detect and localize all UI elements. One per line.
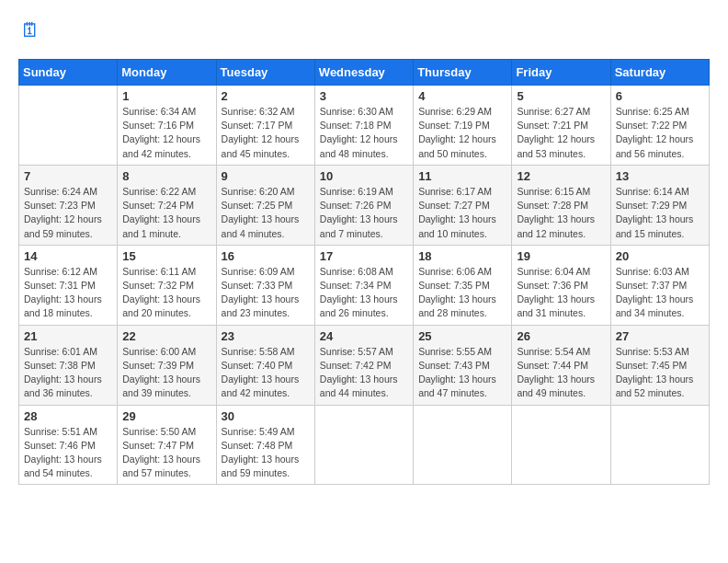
day-info: Sunrise: 6:00 AMSunset: 7:39 PMDaylight:… — [122, 345, 210, 401]
day-number: 21 — [24, 329, 112, 343]
calendar-cell: 26Sunrise: 5:54 AMSunset: 7:44 PMDayligh… — [512, 325, 610, 405]
calendar-cell: 16Sunrise: 6:09 AMSunset: 7:33 PMDayligh… — [216, 245, 314, 325]
week-row-1: 1Sunrise: 6:34 AMSunset: 7:16 PMDaylight… — [19, 86, 710, 166]
calendar-cell: 14Sunrise: 6:12 AMSunset: 7:31 PMDayligh… — [19, 245, 118, 325]
calendar-cell: 17Sunrise: 6:08 AMSunset: 7:34 PMDayligh… — [314, 245, 413, 325]
day-info: Sunrise: 6:25 AMSunset: 7:22 PMDaylight:… — [616, 105, 704, 161]
weekday-header-sunday: Sunday — [19, 60, 118, 86]
day-number: 30 — [222, 409, 310, 423]
week-row-2: 7Sunrise: 6:24 AMSunset: 7:23 PMDaylight… — [19, 165, 710, 245]
day-info: Sunrise: 6:04 AMSunset: 7:36 PMDaylight:… — [517, 265, 605, 321]
calendar-cell: 1Sunrise: 6:34 AMSunset: 7:16 PMDaylight… — [118, 86, 216, 166]
day-number: 7 — [24, 169, 112, 183]
day-info: Sunrise: 5:55 AMSunset: 7:43 PMDaylight:… — [418, 345, 506, 401]
svg-text:🗓: 🗓 — [20, 18, 40, 41]
day-info: Sunrise: 6:11 AMSunset: 7:32 PMDaylight:… — [122, 265, 210, 321]
weekday-header-row: SundayMondayTuesdayWednesdayThursdayFrid… — [19, 60, 710, 86]
weekday-header-friday: Friday — [512, 60, 610, 86]
calendar-cell: 3Sunrise: 6:30 AMSunset: 7:18 PMDaylight… — [314, 86, 413, 166]
day-info: Sunrise: 5:49 AMSunset: 7:48 PMDaylight:… — [222, 425, 310, 481]
calendar-cell: 22Sunrise: 6:00 AMSunset: 7:39 PMDayligh… — [118, 325, 216, 405]
day-number: 2 — [222, 89, 310, 103]
calendar-cell: 5Sunrise: 6:27 AMSunset: 7:21 PMDaylight… — [512, 86, 610, 166]
day-number: 26 — [517, 329, 605, 343]
day-info: Sunrise: 5:58 AMSunset: 7:40 PMDaylight:… — [222, 345, 310, 401]
logo-icon: 🗓 — [18, 18, 44, 44]
calendar-cell: 8Sunrise: 6:22 AMSunset: 7:24 PMDaylight… — [118, 165, 216, 245]
day-info: Sunrise: 5:53 AMSunset: 7:45 PMDaylight:… — [616, 345, 704, 401]
calendar-cell: 12Sunrise: 6:15 AMSunset: 7:28 PMDayligh… — [512, 165, 610, 245]
day-info: Sunrise: 5:51 AMSunset: 7:46 PMDaylight:… — [24, 425, 112, 481]
day-number: 28 — [24, 409, 112, 423]
week-row-4: 21Sunrise: 6:01 AMSunset: 7:38 PMDayligh… — [19, 325, 710, 405]
day-info: Sunrise: 6:24 AMSunset: 7:23 PMDaylight:… — [24, 185, 112, 241]
day-info: Sunrise: 6:30 AMSunset: 7:18 PMDaylight:… — [320, 105, 408, 161]
calendar-cell: 24Sunrise: 5:57 AMSunset: 7:42 PMDayligh… — [314, 325, 413, 405]
calendar-cell: 25Sunrise: 5:55 AMSunset: 7:43 PMDayligh… — [414, 325, 512, 405]
day-info: Sunrise: 6:08 AMSunset: 7:34 PMDaylight:… — [320, 265, 408, 321]
day-number: 17 — [320, 249, 408, 263]
calendar-cell: 2Sunrise: 6:32 AMSunset: 7:17 PMDaylight… — [216, 86, 314, 166]
day-number: 3 — [320, 89, 408, 103]
week-row-3: 14Sunrise: 6:12 AMSunset: 7:31 PMDayligh… — [19, 245, 710, 325]
day-number: 1 — [122, 89, 210, 103]
day-info: Sunrise: 6:29 AMSunset: 7:19 PMDaylight:… — [418, 105, 506, 161]
day-number: 10 — [320, 169, 408, 183]
day-number: 20 — [616, 249, 704, 263]
calendar-cell: 27Sunrise: 5:53 AMSunset: 7:45 PMDayligh… — [610, 325, 709, 405]
day-info: Sunrise: 6:15 AMSunset: 7:28 PMDaylight:… — [517, 185, 605, 241]
day-number: 27 — [616, 329, 704, 343]
logo: 🗓 — [18, 18, 48, 44]
weekday-header-thursday: Thursday — [414, 60, 512, 86]
day-number: 25 — [418, 329, 506, 343]
day-info: Sunrise: 6:20 AMSunset: 7:25 PMDaylight:… — [222, 185, 310, 241]
calendar-cell: 4Sunrise: 6:29 AMSunset: 7:19 PMDaylight… — [414, 86, 512, 166]
calendar-cell: 15Sunrise: 6:11 AMSunset: 7:32 PMDayligh… — [118, 245, 216, 325]
day-number: 11 — [418, 169, 506, 183]
day-number: 15 — [122, 249, 210, 263]
day-info: Sunrise: 6:27 AMSunset: 7:21 PMDaylight:… — [517, 105, 605, 161]
calendar-cell: 11Sunrise: 6:17 AMSunset: 7:27 PMDayligh… — [414, 165, 512, 245]
calendar-cell — [512, 405, 610, 485]
day-info: Sunrise: 6:14 AMSunset: 7:29 PMDaylight:… — [616, 185, 704, 241]
day-number: 4 — [418, 89, 506, 103]
page-header: 🗓 — [18, 18, 710, 44]
day-info: Sunrise: 6:12 AMSunset: 7:31 PMDaylight:… — [24, 265, 112, 321]
calendar-cell: 21Sunrise: 6:01 AMSunset: 7:38 PMDayligh… — [19, 325, 118, 405]
day-number: 23 — [222, 329, 310, 343]
day-number: 8 — [122, 169, 210, 183]
day-number: 6 — [616, 89, 704, 103]
calendar-cell — [19, 86, 118, 166]
calendar-cell: 7Sunrise: 6:24 AMSunset: 7:23 PMDaylight… — [19, 165, 118, 245]
calendar-cell: 23Sunrise: 5:58 AMSunset: 7:40 PMDayligh… — [216, 325, 314, 405]
day-info: Sunrise: 6:19 AMSunset: 7:26 PMDaylight:… — [320, 185, 408, 241]
day-number: 16 — [222, 249, 310, 263]
day-number: 9 — [222, 169, 310, 183]
day-number: 18 — [418, 249, 506, 263]
calendar-cell — [610, 405, 709, 485]
day-info: Sunrise: 5:57 AMSunset: 7:42 PMDaylight:… — [320, 345, 408, 401]
day-number: 19 — [517, 249, 605, 263]
day-number: 12 — [517, 169, 605, 183]
day-info: Sunrise: 6:09 AMSunset: 7:33 PMDaylight:… — [222, 265, 310, 321]
day-info: Sunrise: 6:34 AMSunset: 7:16 PMDaylight:… — [122, 105, 210, 161]
weekday-header-tuesday: Tuesday — [216, 60, 314, 86]
calendar-cell — [414, 405, 512, 485]
day-info: Sunrise: 6:22 AMSunset: 7:24 PMDaylight:… — [122, 185, 210, 241]
weekday-header-saturday: Saturday — [610, 60, 709, 86]
calendar-cell — [314, 405, 413, 485]
calendar-cell: 28Sunrise: 5:51 AMSunset: 7:46 PMDayligh… — [19, 405, 118, 485]
calendar-cell: 10Sunrise: 6:19 AMSunset: 7:26 PMDayligh… — [314, 165, 413, 245]
day-info: Sunrise: 5:54 AMSunset: 7:44 PMDaylight:… — [517, 345, 605, 401]
day-number: 29 — [122, 409, 210, 423]
calendar-cell: 13Sunrise: 6:14 AMSunset: 7:29 PMDayligh… — [610, 165, 709, 245]
day-number: 22 — [122, 329, 210, 343]
calendar-table: SundayMondayTuesdayWednesdayThursdayFrid… — [18, 59, 710, 485]
calendar-cell: 6Sunrise: 6:25 AMSunset: 7:22 PMDaylight… — [610, 86, 709, 166]
calendar-cell: 20Sunrise: 6:03 AMSunset: 7:37 PMDayligh… — [610, 245, 709, 325]
week-row-5: 28Sunrise: 5:51 AMSunset: 7:46 PMDayligh… — [19, 405, 710, 485]
day-info: Sunrise: 5:50 AMSunset: 7:47 PMDaylight:… — [122, 425, 210, 481]
calendar-cell: 9Sunrise: 6:20 AMSunset: 7:25 PMDaylight… — [216, 165, 314, 245]
day-number: 24 — [320, 329, 408, 343]
weekday-header-monday: Monday — [118, 60, 216, 86]
